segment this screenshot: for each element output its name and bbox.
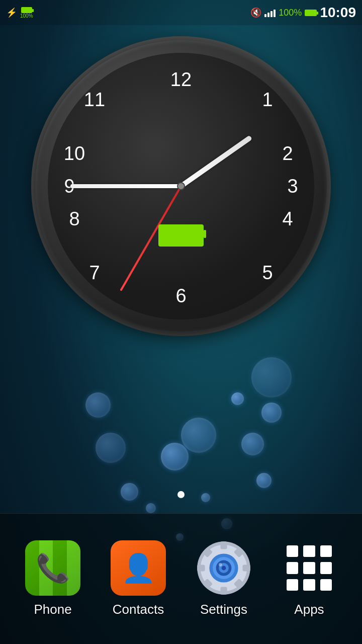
svg-rect-3 [220, 587, 227, 594]
dock-item-apps[interactable]: Apps [282, 540, 337, 617]
usb-icon: ⚡ [6, 7, 17, 18]
apps-grid-icon [287, 545, 332, 591]
dock-item-settings[interactable]: Settings [196, 540, 251, 617]
clock-num-11: 11 [82, 87, 107, 112]
clock-num-12: 12 [168, 67, 194, 92]
apps-label: Apps [294, 602, 324, 617]
svg-rect-5 [242, 565, 250, 571]
svg-rect-2 [220, 541, 227, 549]
settings-label: Settings [200, 602, 247, 617]
svg-point-15 [219, 563, 222, 567]
signal-bars [264, 8, 276, 17]
page-indicator [177, 491, 185, 498]
clock-face: 12 1 2 3 4 5 6 7 8 9 10 11 [48, 53, 314, 319]
contacts-icon: 👤 [111, 540, 166, 596]
clock-center [177, 182, 185, 190]
battery-percent-small: 100% [20, 14, 33, 19]
signal-bar-2 [267, 13, 269, 17]
battery-icon-status [305, 10, 317, 16]
status-right: 🔇 100% 10:09 [250, 5, 356, 21]
phone-symbol: 📞 [36, 552, 70, 585]
status-time: 10:09 [320, 5, 356, 21]
svg-rect-4 [197, 565, 205, 571]
signal-bar-3 [270, 11, 273, 17]
apps-icon [282, 540, 337, 596]
hour-hand [179, 135, 252, 188]
battery-full-icon: 100% [279, 8, 302, 18]
contacts-label: Contacts [113, 602, 164, 617]
clock-num-2: 2 [275, 141, 300, 166]
mute-icon: 🔇 [250, 7, 261, 18]
svg-point-14 [222, 566, 226, 571]
signal-bar-1 [264, 14, 266, 17]
clock-num-3: 3 [280, 174, 305, 199]
clock-num-4: 4 [275, 206, 300, 231]
minute-hand [70, 184, 181, 188]
dock: 📞 Phone 👤 Contacts [0, 513, 362, 644]
contacts-symbol: 👤 [121, 552, 156, 585]
clock-outer: 12 1 2 3 4 5 6 7 8 9 10 11 [35, 40, 327, 332]
clock-battery-icon [158, 224, 204, 247]
phone-icon: 📞 [25, 540, 80, 596]
page-dot-1 [177, 491, 185, 498]
clock-num-8: 8 [62, 206, 87, 231]
clock-widget[interactable]: 12 1 2 3 4 5 6 7 8 9 10 11 [35, 40, 327, 332]
battery-icon-small [21, 7, 32, 13]
clock-num-5: 5 [255, 260, 280, 285]
settings-icon [196, 540, 251, 596]
dock-item-phone[interactable]: 📞 Phone [25, 540, 80, 617]
gear-svg [196, 540, 251, 596]
clock-num-6: 6 [168, 283, 194, 308]
signal-bar-4 [274, 10, 276, 17]
battery-indicator-small: 100% [20, 7, 33, 19]
phone-label: Phone [34, 602, 71, 617]
clock-num-10: 10 [62, 141, 87, 166]
clock-num-7: 7 [82, 260, 107, 285]
status-bar: ⚡ 100% 🔇 100% 10:09 [0, 0, 362, 25]
dock-item-contacts[interactable]: 👤 Contacts [111, 540, 166, 617]
status-left: ⚡ 100% [6, 7, 33, 19]
clock-num-1: 1 [255, 87, 280, 112]
